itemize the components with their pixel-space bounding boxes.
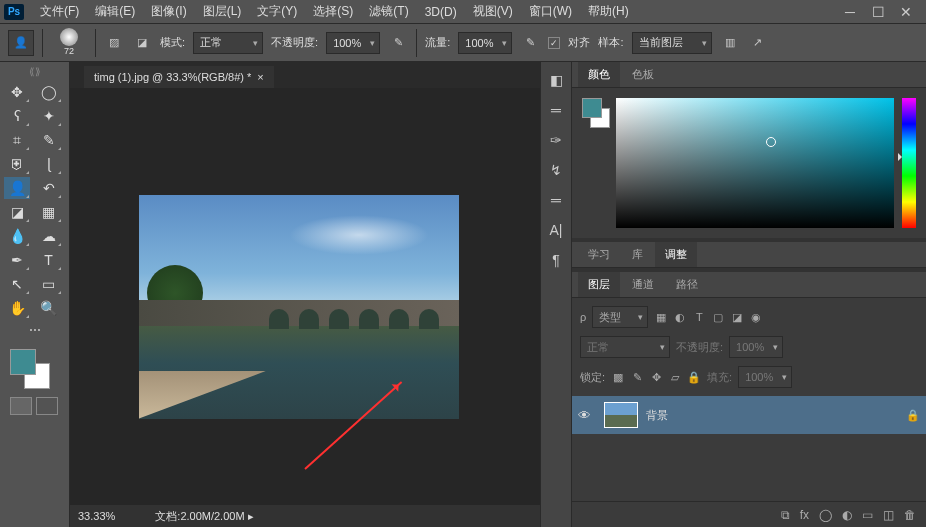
- menu-window[interactable]: 窗口(W): [521, 0, 580, 23]
- sample-select[interactable]: 当前图层: [632, 32, 712, 54]
- canvas[interactable]: [70, 88, 540, 505]
- lock-artboard-icon[interactable]: ▱: [668, 371, 682, 384]
- layer-item-background[interactable]: 👁 背景 🔒: [572, 396, 926, 434]
- layer-style-icon[interactable]: fx: [800, 508, 809, 522]
- pressure-size-icon[interactable]: ↗: [748, 33, 768, 53]
- path-select-tool[interactable]: ↖: [4, 273, 30, 295]
- marquee-tool[interactable]: ◯: [36, 81, 62, 103]
- menu-file[interactable]: 文件(F): [32, 0, 87, 23]
- blur-tool[interactable]: 💧: [4, 225, 30, 247]
- tab-swatches[interactable]: 色板: [622, 62, 664, 87]
- quick-mask-icon[interactable]: [36, 397, 58, 415]
- layer-kind-select[interactable]: 类型: [592, 306, 648, 328]
- pen-tool[interactable]: ✒: [4, 249, 30, 271]
- filter-shape-icon[interactable]: ▢: [711, 311, 725, 324]
- filter-pixel-icon[interactable]: ▦: [654, 311, 668, 324]
- standard-mode-icon[interactable]: [10, 397, 32, 415]
- lock-paint-icon[interactable]: ✎: [630, 371, 644, 384]
- zoom-tool[interactable]: 🔍: [36, 297, 62, 319]
- flow-select[interactable]: 100%: [458, 32, 512, 54]
- stamp-tool[interactable]: 👤: [4, 177, 30, 199]
- maximize-button[interactable]: ☐: [870, 4, 886, 20]
- titlebar: Ps 文件(F) 编辑(E) 图像(I) 图层(L) 文字(Y) 选择(S) 滤…: [0, 0, 926, 24]
- brushes-icon[interactable]: ↯: [546, 160, 566, 180]
- minimize-button[interactable]: ─: [842, 4, 858, 20]
- blend-mode-select[interactable]: 正常: [193, 32, 263, 54]
- tool-preset-icon[interactable]: 👤: [8, 30, 34, 56]
- menu-image[interactable]: 图像(I): [143, 0, 194, 23]
- menu-text[interactable]: 文字(Y): [249, 0, 305, 23]
- lock-all-icon[interactable]: 🔒: [687, 371, 701, 384]
- hand-tool[interactable]: ✋: [4, 297, 30, 319]
- align-checkbox[interactable]: ✓: [548, 37, 560, 49]
- tab-library[interactable]: 库: [622, 242, 653, 267]
- pressure-opacity-icon[interactable]: ✎: [388, 33, 408, 53]
- layer-mask-icon[interactable]: ◯: [819, 508, 832, 522]
- ignore-adjust-icon[interactable]: ▥: [720, 33, 740, 53]
- delete-layer-icon[interactable]: 🗑: [904, 508, 916, 522]
- sample-layers-icon[interactable]: ◪: [132, 33, 152, 53]
- opacity-select[interactable]: 100%: [326, 32, 380, 54]
- tab-channels[interactable]: 通道: [622, 272, 664, 297]
- eraser-tool[interactable]: ◪: [4, 201, 30, 223]
- panel-foreground-swatch[interactable]: [582, 98, 602, 118]
- color-picker-field[interactable]: [616, 98, 894, 228]
- airbrush-icon[interactable]: ✎: [520, 33, 540, 53]
- hue-indicator[interactable]: [898, 153, 906, 161]
- dodge-tool[interactable]: ☁: [36, 225, 62, 247]
- document-tab[interactable]: timg (1).jpg @ 33.3%(RGB/8#) * ×: [84, 66, 274, 88]
- menu-filter[interactable]: 滤镜(T): [361, 0, 416, 23]
- new-group-icon[interactable]: ▭: [862, 508, 873, 522]
- paragraph-panel-icon[interactable]: ¶: [546, 250, 566, 270]
- brush-preview[interactable]: 72: [51, 28, 87, 58]
- brush-panel-icon[interactable]: ▨: [104, 33, 124, 53]
- filter-type-icon[interactable]: T: [692, 311, 706, 324]
- close-tab-icon[interactable]: ×: [257, 71, 263, 83]
- type-tool[interactable]: T: [36, 249, 62, 271]
- color-swatches[interactable]: [10, 349, 50, 389]
- menu-3d[interactable]: 3D(D): [417, 2, 465, 22]
- brush-tool[interactable]: ɭ: [36, 153, 62, 175]
- layer-opacity-select[interactable]: 100%: [729, 336, 783, 358]
- history-brush-tool[interactable]: ↶: [36, 177, 62, 199]
- color-picker-indicator[interactable]: [766, 137, 776, 147]
- lasso-tool[interactable]: ʕ: [4, 105, 30, 127]
- brush-settings-icon[interactable]: ✑: [546, 130, 566, 150]
- tab-layers[interactable]: 图层: [578, 272, 620, 297]
- menu-view[interactable]: 视图(V): [465, 0, 521, 23]
- close-button[interactable]: ✕: [898, 4, 914, 20]
- menu-layer[interactable]: 图层(L): [195, 0, 250, 23]
- layer-thumbnail[interactable]: [604, 402, 638, 428]
- link-layers-icon[interactable]: ⧉: [781, 508, 790, 522]
- foreground-swatch[interactable]: [10, 349, 36, 375]
- shape-tool[interactable]: ▭: [36, 273, 62, 295]
- move-tool[interactable]: ✥: [4, 81, 30, 103]
- eyedropper-tool[interactable]: ✎: [36, 129, 62, 151]
- history-panel-icon[interactable]: ◧: [546, 70, 566, 90]
- filter-adjust-icon[interactable]: ◐: [673, 311, 687, 324]
- new-layer-icon[interactable]: ◫: [883, 508, 894, 522]
- visibility-icon[interactable]: 👁: [578, 408, 596, 423]
- menu-help[interactable]: 帮助(H): [580, 0, 637, 23]
- new-fill-layer-icon[interactable]: ◐: [842, 508, 852, 522]
- lock-move-icon[interactable]: ✥: [649, 371, 663, 384]
- character-panel-icon[interactable]: A|: [546, 220, 566, 240]
- layer-blend-select[interactable]: 正常: [580, 336, 670, 358]
- layer-name-label[interactable]: 背景: [646, 408, 898, 423]
- menu-select[interactable]: 选择(S): [305, 0, 361, 23]
- hue-slider[interactable]: [902, 98, 916, 228]
- tab-adjustments[interactable]: 调整: [655, 242, 697, 267]
- tab-learn[interactable]: 学习: [578, 242, 620, 267]
- menu-edit[interactable]: 编辑(E): [87, 0, 143, 23]
- heal-tool[interactable]: ⛨: [4, 153, 30, 175]
- tab-paths[interactable]: 路径: [666, 272, 708, 297]
- magic-wand-tool[interactable]: ✦: [36, 105, 62, 127]
- tab-color[interactable]: 颜色: [578, 62, 620, 87]
- filter-smart-icon[interactable]: ◪: [730, 311, 744, 324]
- layer-fill-select[interactable]: 100%: [738, 366, 792, 388]
- crop-tool[interactable]: ⌗: [4, 129, 30, 151]
- lock-trans-icon[interactable]: ▩: [611, 371, 625, 384]
- filter-toggle-icon[interactable]: ◉: [749, 311, 763, 324]
- gradient-tool[interactable]: ▦: [36, 201, 62, 223]
- zoom-level[interactable]: 33.33%: [78, 510, 115, 522]
